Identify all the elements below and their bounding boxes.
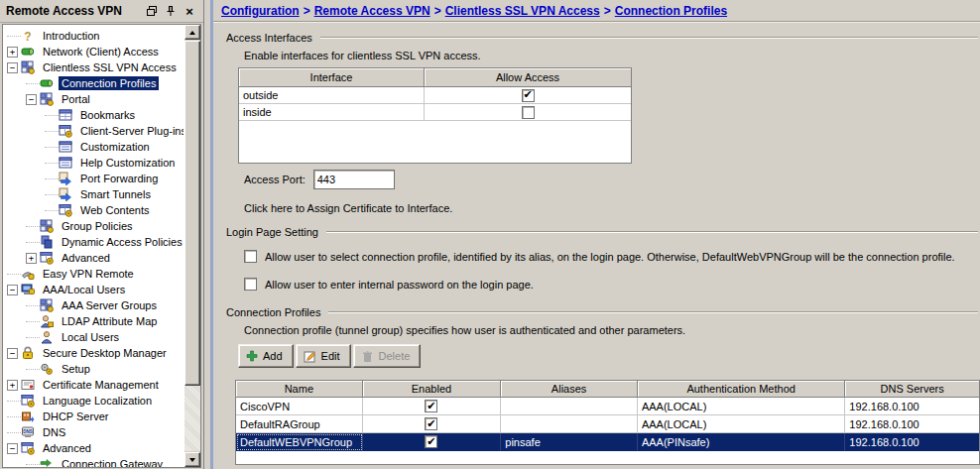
tree-item-label: Local Users: [59, 330, 122, 344]
table-row[interactable]: inside: [239, 104, 631, 121]
tree-collapse-icon[interactable]: −: [7, 443, 18, 454]
enabled-checkbox[interactable]: [425, 435, 437, 448]
tree-item[interactable]: Web Contents: [3, 202, 184, 218]
tree-item[interactable]: Smart Tunnels: [3, 186, 184, 202]
tree-item[interactable]: Bookmarks: [3, 107, 184, 123]
scrollbar-thumb[interactable]: [184, 41, 200, 386]
tree-item[interactable]: Help Customization: [3, 155, 184, 171]
tree-expand-icon[interactable]: +: [7, 380, 18, 391]
access-port-label: Access Port:: [244, 174, 306, 185]
allow-select-profile-checkbox[interactable]: [244, 250, 257, 263]
tablelist-icon: [59, 140, 74, 154]
allow-internal-password-checkbox[interactable]: [244, 278, 257, 291]
column-header[interactable]: Interface: [239, 68, 425, 87]
table-row[interactable]: DefaultWEBVPNGrouppinsafeAAA(PINsafe)192…: [236, 433, 979, 451]
column-header[interactable]: Authentication Method: [638, 381, 845, 398]
allow-access-cell: [425, 87, 631, 104]
auth-method-cell: AAA(PINsafe): [638, 433, 845, 451]
column-header[interactable]: Enabled: [363, 381, 502, 398]
tree-item[interactable]: Client-Server Plug-ins: [3, 123, 184, 139]
connection-profiles-table[interactable]: NameEnabledAliasesAuthentication MethodD…: [235, 380, 980, 465]
allow-access-checkbox[interactable]: [522, 106, 535, 119]
remote-access-vpn-panel: Remote Access VPN × ?Introduction+Networ…: [0, 0, 204, 469]
tree-item-label: Language Localization: [40, 394, 155, 408]
tree-item[interactable]: −Portal: [3, 91, 184, 107]
close-icon[interactable]: ×: [182, 4, 197, 19]
tree-collapse-icon[interactable]: −: [7, 285, 18, 295]
delete-button: Delete: [353, 344, 422, 368]
tree-guide-line: [26, 337, 40, 338]
tree-scrollbar[interactable]: [184, 25, 200, 467]
column-header[interactable]: DNS Servers: [845, 381, 979, 398]
tree-item[interactable]: +Network (Client) Access: [3, 44, 184, 59]
tree-item[interactable]: Dynamic Access Policies: [3, 234, 184, 250]
scroll-down-icon[interactable]: [184, 452, 200, 467]
tablegear-icon: [21, 441, 37, 455]
panel-title: Remote Access VPN: [6, 4, 141, 18]
tree-item[interactable]: Connection Gateway: [3, 456, 184, 467]
tree-item[interactable]: −Secure Desktop Manager: [3, 345, 184, 361]
tree-item[interactable]: DNSDNS: [3, 424, 184, 440]
tree-item[interactable]: −Advanced: [3, 440, 184, 456]
tree-item-label: Connection Profiles: [59, 76, 159, 90]
scroll-up-icon[interactable]: [184, 25, 200, 40]
access-port-input[interactable]: [313, 170, 395, 189]
tree-item[interactable]: −Clientless SSL VPN Access: [3, 59, 184, 75]
tree-item[interactable]: Local Users: [3, 329, 184, 345]
aliases-cell: [501, 415, 638, 433]
tree-item[interactable]: Port Forwarding: [3, 171, 184, 186]
tree-item[interactable]: Connection Profiles: [3, 75, 184, 91]
tree-item[interactable]: Customization: [3, 139, 184, 155]
tree-guide-line: [26, 226, 40, 227]
column-header[interactable]: Aliases: [501, 381, 638, 398]
tree-collapse-icon[interactable]: −: [26, 94, 37, 105]
table-row[interactable]: outside: [239, 87, 631, 104]
add-button[interactable]: Add: [238, 344, 294, 368]
tree-guide-line: [45, 131, 59, 132]
tree-item[interactable]: Group Policies: [3, 218, 184, 234]
tree-item[interactable]: Easy VPN Remote: [3, 266, 184, 282]
column-header[interactable]: Name: [236, 381, 363, 398]
column-header[interactable]: Allow Access: [425, 68, 631, 87]
breadcrumb-link[interactable]: Configuration: [221, 4, 300, 18]
table-row[interactable]: CiscoVPNAAA(LOCAL)192.168.0.100: [236, 398, 979, 415]
scrollbar-track[interactable]: [184, 386, 200, 451]
tree-item[interactable]: DHCP Server: [3, 409, 184, 424]
tree-item[interactable]: AAA Server Groups: [3, 297, 184, 313]
float-window-icon[interactable]: [144, 4, 160, 19]
tree-expand-icon[interactable]: +: [26, 253, 37, 264]
login-page-setting-group: Login Page Setting: [226, 226, 978, 238]
tree-item[interactable]: LDAP Attribute Map: [3, 313, 184, 329]
arrow-icon: [59, 172, 74, 185]
table-row[interactable]: DefaultRAGroupAAA(LOCAL)192.168.0.100: [236, 415, 979, 433]
tree-item[interactable]: +Advanced: [3, 250, 184, 266]
tree-item[interactable]: Setup: [3, 361, 184, 377]
tree-item-label: DNS: [40, 425, 68, 439]
tree-guide-line: [26, 321, 40, 322]
tree-item[interactable]: Language Localization: [3, 393, 184, 409]
breadcrumb-link[interactable]: Connection Profiles: [615, 4, 727, 18]
edit-button[interactable]: Edit: [296, 344, 351, 368]
tree-item[interactable]: −AAA/Local Users: [3, 282, 184, 297]
breadcrumb-link[interactable]: Clientless SSL VPN Access: [445, 4, 600, 18]
allow-access-checkbox[interactable]: [522, 89, 535, 102]
dns-servers-cell: 192.168.0.100: [845, 398, 979, 415]
pin-icon[interactable]: [163, 4, 179, 19]
breadcrumb-link[interactable]: Remote Access VPN: [314, 4, 430, 18]
assign-certificate-link[interactable]: Click here to Assign Certificate to Inte…: [244, 202, 980, 214]
enabled-checkbox[interactable]: [425, 400, 437, 412]
lock-icon: [21, 346, 37, 360]
enabled-checkbox[interactable]: [425, 417, 437, 430]
tree-item-label: Secure Desktop Manager: [40, 346, 170, 360]
interfaces-table[interactable]: InterfaceAllow Accessoutsideinside: [238, 67, 632, 164]
tree-expand-icon[interactable]: +: [7, 47, 18, 58]
tree-item[interactable]: ?Introduction: [3, 28, 184, 44]
breadcrumb-separator: >: [604, 4, 611, 18]
tree-guide-line: [45, 194, 59, 195]
tree-item[interactable]: +Certificate Management: [3, 377, 184, 393]
group-rule: [326, 231, 978, 233]
tree-collapse-icon[interactable]: −: [7, 62, 18, 73]
panel-divider[interactable]: [205, 0, 213, 469]
tree-item-label: Web Contents: [77, 203, 153, 217]
tree-collapse-icon[interactable]: −: [7, 348, 18, 359]
